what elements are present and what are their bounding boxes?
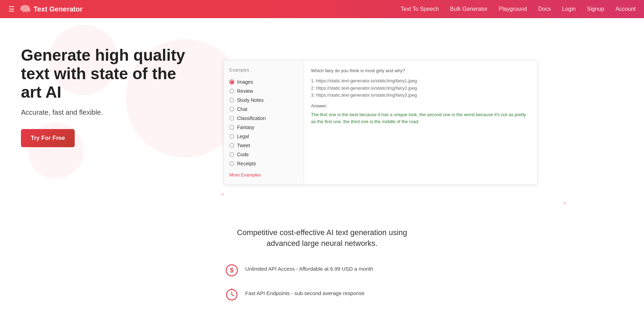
- try-for-free-button[interactable]: Try For Free: [21, 129, 75, 147]
- example-label: Code: [237, 152, 249, 157]
- radio-outer: [229, 134, 234, 139]
- nav-link-account[interactable]: Account: [615, 6, 636, 12]
- example-url-line: 3: https://static.text-generator.io/stat…: [311, 92, 530, 99]
- examples-preview-panel: Which fairy do you think is most girly a…: [304, 60, 537, 185]
- example-item-code[interactable]: Code: [229, 150, 298, 159]
- example-label: Classification: [237, 115, 266, 121]
- example-label: Receipts: [237, 161, 256, 166]
- example-item-images[interactable]: Images: [229, 77, 298, 86]
- nav-link-text-to-speech[interactable]: Text To Speech: [401, 6, 439, 12]
- more-examples-link[interactable]: More Examples: [229, 172, 298, 178]
- example-item-tweet[interactable]: Tweet: [229, 141, 298, 150]
- dollar-icon: $: [224, 263, 239, 278]
- clock-icon: [224, 287, 239, 302]
- examples-question: Which fairy do you think is most girly a…: [311, 67, 530, 75]
- radio-inner: [231, 81, 233, 83]
- nav-link-docs[interactable]: Docs: [538, 6, 551, 12]
- example-label: Fantasy: [237, 125, 254, 130]
- features-section: Competitive cost-effective AI text gener…: [0, 206, 644, 316]
- feature-text: Unlimited API Access - Affordable at 6.9…: [245, 263, 373, 272]
- svg-text:$: $: [230, 267, 233, 274]
- feature-row: Fast API Endpoints - sub second average …: [224, 287, 420, 302]
- hero-section: ✦ • ✦ ✦ ♥ Generate high quality text wit…: [0, 18, 644, 206]
- example-label: Tweet: [237, 143, 250, 148]
- example-item-chat[interactable]: Chat: [229, 105, 298, 114]
- example-label: Legal: [237, 134, 249, 139]
- example-items-list: ImagesReviewStudy NotesChatClassificatio…: [229, 77, 298, 168]
- hero-content: Generate high quality text with state of…: [21, 46, 195, 147]
- radio-outer: [229, 116, 234, 121]
- radio-outer: [229, 98, 234, 103]
- feature-text: Fast API Endpoints - sub second average …: [245, 287, 365, 296]
- feature-row: $ Unlimited API Access - Affordable at 6…: [224, 263, 420, 278]
- features-title: Competitive cost-effective AI text gener…: [231, 227, 413, 249]
- nav-link-login[interactable]: Login: [562, 6, 576, 12]
- brand-link[interactable]: 🧠 Text Generator: [20, 4, 83, 15]
- brand-text: Text Generator: [34, 5, 83, 13]
- features-list: $ Unlimited API Access - Affordable at 6…: [21, 263, 623, 302]
- nav-link-bulk-generator[interactable]: Bulk Generator: [450, 6, 488, 12]
- deco-cross-2: ✦: [562, 200, 567, 206]
- hero-title: Generate high quality text with state of…: [21, 46, 195, 101]
- svg-point-5: [231, 288, 232, 290]
- radio-outer: [229, 152, 234, 157]
- example-label: Study Notes: [237, 97, 264, 103]
- example-item-legal[interactable]: Legal: [229, 132, 298, 141]
- examples-answer-label: Answer:: [311, 103, 530, 110]
- hamburger-icon[interactable]: ☰: [8, 5, 15, 13]
- example-item-review[interactable]: Review: [229, 86, 298, 96]
- radio-outer: [229, 161, 234, 166]
- examples-label: Examples: [229, 67, 298, 73]
- nav-link-signup[interactable]: Signup: [587, 6, 604, 12]
- nav-links: Text To SpeechBulk GeneratorPlaygroundDo…: [401, 6, 636, 12]
- radio-outer: [229, 125, 234, 130]
- hero-subtitle: Accurate, fast and flexible.: [21, 108, 195, 116]
- example-url-line: 1: https://static.text-generator.io/stat…: [311, 77, 530, 85]
- example-url-line: 2: https://static.text-generator.io/stat…: [311, 85, 530, 92]
- navbar: ☰ 🧠 Text Generator Text To SpeechBulk Ge…: [0, 0, 644, 18]
- svg-line-4: [232, 295, 234, 296]
- examples-answer-text: The first one is the best because it has…: [311, 111, 530, 125]
- example-item-classification[interactable]: Classification: [229, 114, 298, 123]
- radio-outer: [229, 89, 234, 93]
- radio-outer: [229, 107, 234, 112]
- nav-link-playground[interactable]: Playground: [499, 6, 527, 12]
- example-item-study-notes[interactable]: Study Notes: [229, 96, 298, 105]
- brand-icon: 🧠: [20, 4, 31, 15]
- example-label: Review: [237, 88, 253, 94]
- example-item-fantasy[interactable]: Fantasy: [229, 123, 298, 132]
- radio-outer: [229, 80, 234, 84]
- radio-outer: [229, 143, 234, 148]
- example-item-receipts[interactable]: Receipts: [229, 159, 298, 168]
- example-label: Images: [237, 79, 253, 85]
- examples-urls: 1: https://static.text-generator.io/stat…: [311, 77, 530, 99]
- example-label: Chat: [237, 106, 247, 112]
- examples-panel: Examples ImagesReviewStudy NotesChatClas…: [223, 60, 538, 185]
- examples-left-panel: Examples ImagesReviewStudy NotesChatClas…: [224, 60, 304, 185]
- deco-cross-1: ✦: [220, 191, 225, 198]
